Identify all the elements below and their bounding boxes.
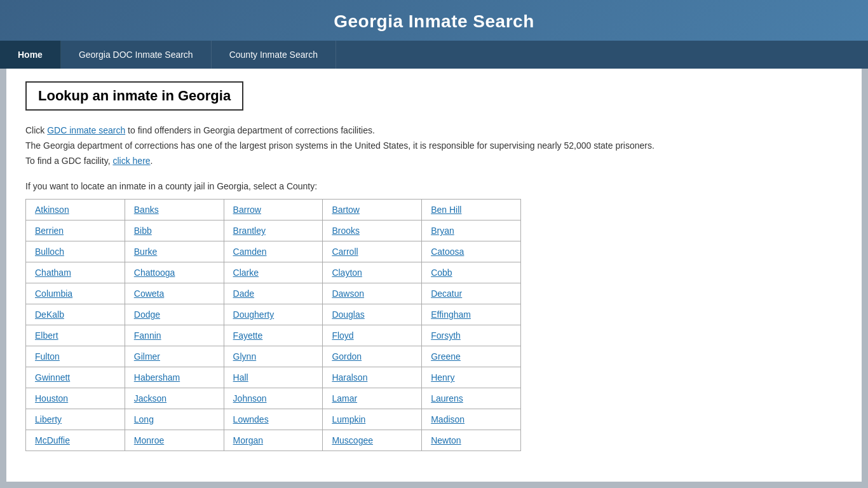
table-row: DeKalbDodgeDoughertyDouglasEffingham [26,304,521,325]
county-link[interactable]: Gwinnett [35,372,70,383]
county-link[interactable]: Clarke [233,268,259,278]
county-link[interactable]: Newton [431,435,461,445]
county-link[interactable]: Columbia [35,288,72,299]
county-link[interactable]: Lumpkin [332,414,365,424]
county-link[interactable]: Glynn [233,351,257,362]
intro-text-click: Click [25,125,47,135]
table-row: ColumbiaCowetaDadeDawsonDecatur [26,283,521,304]
table-row: ElbertFanninFayetteFloydForsyth [26,325,521,346]
county-intro-text: If you want to locate an inmate in a cou… [25,181,843,191]
county-link[interactable]: Floyd [332,330,353,341]
county-link[interactable]: Brantley [233,226,266,236]
table-row: BullochBurkeCamdenCarrollCatoosa [26,241,521,262]
page-title: Lookup an inmate in Georgia [38,88,231,104]
county-link[interactable]: Chattooga [134,268,175,278]
county-link[interactable]: Burke [134,247,158,257]
click-here-link[interactable]: click here [112,156,150,166]
county-link[interactable]: Madison [431,414,465,424]
county-link[interactable]: Muscogee [332,435,373,445]
county-link[interactable]: Bryan [431,226,454,236]
county-link[interactable]: Bulloch [35,247,64,257]
county-link[interactable]: McDuffie [35,435,70,445]
county-link[interactable]: Atkinson [35,205,69,215]
county-link[interactable]: Decatur [431,288,462,299]
table-row: LibertyLongLowndesLumpkinMadison [26,409,521,430]
county-link[interactable]: Carroll [332,247,358,257]
table-row: GwinnettHabershamHallHaralsonHenry [26,367,521,388]
county-link[interactable]: Coweta [134,288,164,299]
county-link[interactable]: Dade [233,288,254,299]
site-title: Georgia Inmate Search [0,11,868,32]
county-link[interactable]: Greene [431,351,461,362]
county-link[interactable]: Fulton [35,351,60,362]
county-link[interactable]: Brooks [332,226,360,236]
county-link[interactable]: Douglas [332,309,364,320]
county-link[interactable]: Berrien [35,226,64,236]
table-row: ChathamChattoogaClarkeClaytonCobb [26,262,521,283]
county-link[interactable]: Johnson [233,393,267,403]
intro-line3-pre: To find a GDC facility, [25,156,112,166]
county-link[interactable]: Catoosa [431,247,464,257]
county-link[interactable]: Jackson [134,393,166,403]
county-link[interactable]: Elbert [35,330,58,341]
county-link[interactable]: Lowndes [233,414,269,424]
table-row: AtkinsonBanksBarrowBartowBen Hill [26,200,521,220]
county-link[interactable]: Effingham [431,309,471,320]
county-link[interactable]: Liberty [35,414,62,424]
county-link[interactable]: Haralson [332,372,367,383]
county-link[interactable]: Morgan [233,435,263,445]
intro-text-rest: to find offenders in Georgia department … [125,125,375,135]
county-link[interactable]: Dodge [134,309,160,320]
table-row: HoustonJacksonJohnsonLamarLaurens [26,388,521,409]
county-link[interactable]: Bartow [332,205,360,215]
county-link[interactable]: Dougherty [233,309,275,320]
county-link[interactable]: DeKalb [35,309,64,320]
county-link[interactable]: Cobb [431,268,452,278]
table-row: BerrienBibbBrantleyBrooksBryan [26,220,521,241]
county-link[interactable]: Gilmer [134,351,160,362]
county-link[interactable]: Bibb [134,226,152,236]
county-link[interactable]: Henry [431,372,454,383]
county-link[interactable]: Chatham [35,268,71,278]
county-table: AtkinsonBanksBarrowBartowBen HillBerrien… [25,199,521,451]
county-link[interactable]: Long [134,414,154,424]
county-link[interactable]: Barrow [233,205,261,215]
county-link[interactable]: Ben Hill [431,205,461,215]
intro-line2: The Georgia department of corrections ha… [25,139,843,154]
county-link[interactable]: Forsyth [431,330,461,341]
county-link[interactable]: Fayette [233,330,263,341]
nav-doc-search[interactable]: Georgia DOC Inmate Search [61,41,212,69]
nav-home[interactable]: Home [0,41,61,69]
county-link[interactable]: Fannin [134,330,161,341]
intro-line3-post: . [151,156,153,166]
county-link[interactable]: Habersham [134,372,180,383]
county-link[interactable]: Hall [233,372,248,383]
nav-county-search[interactable]: County Inmate Search [212,41,336,69]
county-link[interactable]: Banks [134,205,159,215]
county-link[interactable]: Laurens [431,393,463,403]
table-row: FultonGilmerGlynnGordonGreene [26,346,521,367]
gdc-search-link[interactable]: GDC inmate search [47,125,125,135]
county-link[interactable]: Houston [35,393,68,403]
county-link[interactable]: Camden [233,247,267,257]
table-row: McDuffieMonroeMorganMuscogeeNewton [26,430,521,451]
county-link[interactable]: Clayton [332,268,362,278]
county-link[interactable]: Lamar [332,393,357,403]
county-link[interactable]: Gordon [332,351,362,362]
county-link[interactable]: Dawson [332,288,364,299]
county-link[interactable]: Monroe [134,435,164,445]
